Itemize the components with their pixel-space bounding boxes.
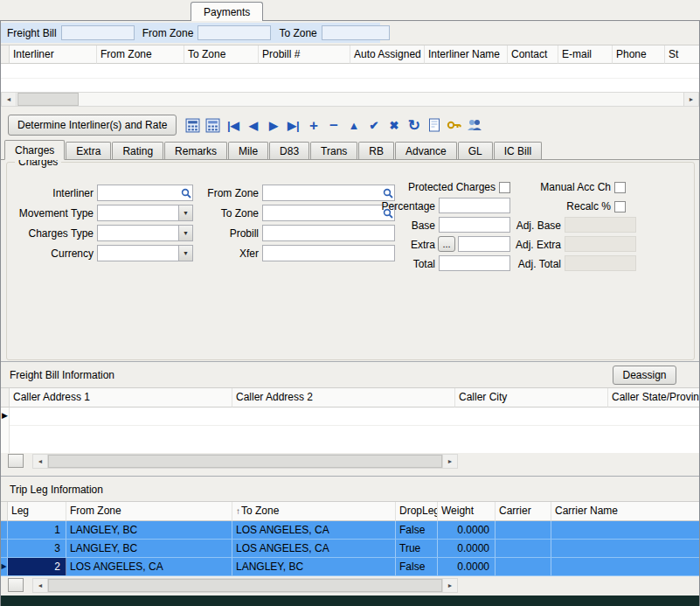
column-header-from-zone[interactable]: From Zone (97, 45, 184, 64)
grid-sizer-box[interactable] (8, 578, 24, 592)
freight-bill-rows[interactable] (10, 407, 699, 453)
determine-interliner-button[interactable]: Determine Interliner(s) and Rate (8, 115, 177, 136)
tab-payments[interactable]: Payments (191, 2, 263, 21)
column-header-interliner-name[interactable]: Interliner Name (425, 45, 508, 64)
column-header-carrier[interactable]: Carrier (496, 502, 551, 521)
interliner-input[interactable] (97, 185, 193, 201)
grid-sizer-box[interactable] (8, 454, 24, 468)
column-header-weight[interactable]: Weight (438, 502, 496, 521)
column-header-to-zone[interactable]: ↑To Zone (232, 502, 396, 521)
column-header-caller-address-1[interactable]: Caller Address 1 (10, 388, 232, 407)
carrier-cell[interactable] (496, 558, 551, 575)
cancel-edit-icon[interactable]: ✖ (385, 115, 403, 135)
column-header-from-zone[interactable]: From Zone (66, 502, 232, 521)
from-zone-cell[interactable]: LANGLEY, BC (66, 540, 232, 557)
dropleg-cell[interactable]: True (396, 540, 438, 557)
tab-d83[interactable]: D83 (269, 142, 309, 159)
to-zone-cell[interactable]: LOS ANGELES, CA (232, 521, 396, 539)
tab-advance[interactable]: Advance (395, 142, 457, 159)
edit-record-icon[interactable]: ▲ (344, 115, 363, 135)
prior-record-icon[interactable]: ◀ (244, 115, 262, 135)
protected-charges-checkbox[interactable] (499, 182, 510, 193)
from-zone-input[interactable] (262, 185, 395, 201)
delete-record-icon[interactable]: − (324, 115, 343, 135)
dropleg-cell[interactable]: False (396, 558, 438, 575)
scrollbar-thumb[interactable] (48, 455, 442, 468)
leg-cell[interactable]: 1 (8, 521, 66, 539)
tab-rb[interactable]: RB (358, 142, 394, 159)
freight-bill-row[interactable] (10, 407, 699, 426)
carrier-name-cell[interactable] (551, 521, 699, 539)
carrier-cell[interactable] (496, 540, 551, 557)
column-header-dropleg[interactable]: DropLeg (396, 502, 438, 521)
manual-acc-checkbox[interactable] (614, 182, 626, 193)
trip-leg-row[interactable]: 1 LANGLEY, BC LOS ANGELES, CA False 0.00… (1, 521, 699, 540)
from-zone-cell[interactable]: LOS ANGELES, CA (66, 558, 232, 575)
trip-leg-row[interactable]: 3 LANGLEY, BC LOS ANGELES, CA True 0.000… (1, 540, 699, 558)
next-record-icon[interactable]: ▶ (264, 115, 282, 135)
freight-bill-input[interactable] (61, 25, 135, 40)
column-header-carrier-name[interactable]: Carrier Name (551, 502, 699, 521)
scrollbar-track[interactable] (48, 579, 442, 592)
refresh-icon[interactable]: ↻ (405, 115, 423, 135)
recalc-checkbox[interactable] (614, 201, 626, 212)
users-icon[interactable] (465, 115, 483, 135)
to-zone-cell[interactable]: LOS ANGELES, CA (232, 540, 396, 557)
post-edit-icon[interactable]: ✔ (364, 115, 383, 135)
column-header-auto-assigned[interactable]: Auto Assigned (350, 45, 425, 64)
first-record-icon[interactable]: |◀ (224, 115, 242, 135)
tab-extra[interactable]: Extra (66, 142, 111, 159)
to-zone-filter-input[interactable] (322, 25, 390, 40)
scrollbar-track[interactable] (48, 455, 442, 468)
scrollbar-thumb[interactable] (48, 579, 442, 592)
from-zone-cell[interactable]: LANGLEY, BC (66, 521, 232, 539)
carrier-name-cell[interactable] (551, 540, 699, 557)
weight-cell[interactable]: 0.0000 (438, 521, 496, 539)
column-header-caller-city[interactable]: Caller City (455, 388, 608, 407)
leg-cell[interactable]: 3 (8, 540, 66, 557)
calculator-icon[interactable] (184, 115, 202, 135)
leg-cell-focused[interactable]: 2 (8, 558, 66, 575)
scroll-right-arrow[interactable]: ► (683, 93, 698, 106)
column-header-contact[interactable]: Contact (508, 45, 558, 64)
dropleg-cell[interactable]: False (396, 521, 438, 539)
export-icon[interactable] (425, 115, 443, 135)
tab-ic-bill[interactable]: IC Bill (494, 142, 542, 159)
scroll-right-arrow[interactable]: ► (442, 455, 457, 468)
carrier-name-cell[interactable] (551, 558, 699, 575)
column-header-interliner[interactable]: Interliner (10, 45, 97, 64)
weight-cell[interactable]: 0.0000 (438, 558, 496, 575)
column-header-caller-address-2[interactable]: Caller Address 2 (232, 388, 455, 407)
tab-charges[interactable]: Charges (4, 140, 65, 160)
scroll-left-arrow[interactable]: ◄ (2, 93, 17, 106)
tab-trans[interactable]: Trans (310, 142, 357, 159)
scrollbar-track[interactable] (17, 93, 683, 106)
percentage-input[interactable] (439, 198, 510, 213)
from-zone-filter-input[interactable] (198, 25, 271, 40)
rate-calculator-icon[interactable] (204, 115, 222, 135)
column-header-email[interactable]: E-mail (558, 45, 613, 64)
weight-cell[interactable]: 0.0000 (438, 540, 496, 557)
extra-ellipsis-button[interactable]: ... (438, 236, 455, 252)
tab-gl[interactable]: GL (458, 142, 493, 159)
column-header-phone[interactable]: Phone (613, 45, 665, 64)
column-header-caller-state[interactable]: Caller State/Provin (608, 388, 699, 407)
deassign-button[interactable]: Deassign (613, 366, 676, 385)
tab-remarks[interactable]: Remarks (164, 142, 227, 159)
tab-rating[interactable]: Rating (112, 142, 163, 159)
column-header-leg[interactable]: Leg (8, 502, 66, 521)
column-header-probill[interactable]: Probill # (259, 45, 350, 64)
scroll-left-arrow[interactable]: ◄ (33, 579, 48, 592)
column-header-st[interactable]: St (665, 45, 699, 64)
from-zone-lookup-icon[interactable] (382, 186, 394, 199)
scroll-right-arrow[interactable]: ► (442, 579, 457, 592)
tab-mile[interactable]: Mile (228, 142, 268, 159)
scrollbar-thumb[interactable] (17, 93, 79, 106)
last-record-icon[interactable]: ▶| (284, 115, 302, 135)
to-zone-cell[interactable]: LANGLEY, BC (232, 558, 396, 575)
trip-leg-row-current[interactable]: ▶ 2 LOS ANGELES, CA LANGLEY, BC False 0.… (1, 558, 699, 576)
column-header-to-zone[interactable]: To Zone (184, 45, 259, 64)
scroll-left-arrow[interactable]: ◄ (33, 455, 48, 468)
key-icon[interactable] (445, 115, 463, 135)
insert-record-icon[interactable]: + (304, 115, 322, 135)
